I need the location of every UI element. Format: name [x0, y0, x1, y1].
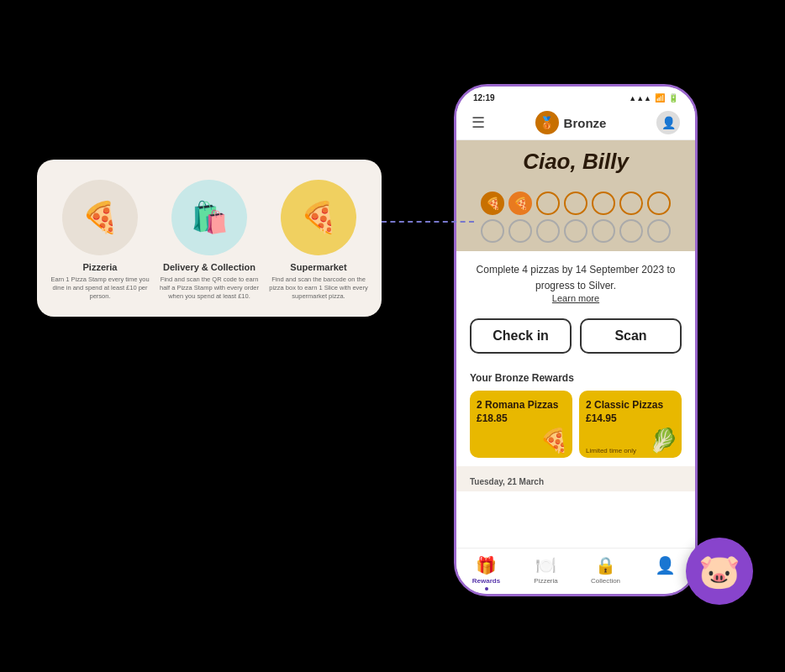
date-section: Tuesday, 21 March — [456, 466, 695, 491]
learn-more-link[interactable]: Learn more — [473, 293, 678, 303]
stamp-row-1: 🍕 🍕 — [472, 192, 680, 215]
status-bar: 12:19 ▲▲▲ 📶 🔋 — [456, 87, 695, 106]
pizzeria-desc: Earn 1 Pizza Stamp every time you dine i… — [50, 276, 150, 300]
rewards-nav-label: Rewards — [472, 577, 500, 585]
stamp-4 — [564, 192, 587, 215]
limited-time-label: Limited time only — [586, 447, 636, 454]
loyalty-level: Bronze — [564, 116, 607, 130]
profile-icon[interactable]: 👤 — [656, 111, 680, 134]
nav-center: 🥉 Bronze — [535, 111, 607, 134]
stamp-6 — [619, 192, 643, 215]
piggy-bank-icon: 🐷 — [698, 552, 740, 591]
stamp-7 — [647, 192, 671, 215]
delivery-desc: Find and scan the QR code to earn half a… — [160, 276, 259, 300]
collection-nav-icon: 🔒 — [595, 555, 616, 575]
collection-nav-label: Collection — [591, 577, 620, 585]
delivery-title: Delivery & Collection — [163, 262, 256, 272]
rewards-section: Your Bronze Rewards 2 Romana Pizzas £18.… — [456, 364, 695, 466]
bottom-nav: 🎁 Rewards 🍽️ Pizzeria 🔒 Collection 👤 — [456, 548, 695, 594]
reward-card-1[interactable]: 2 Romana Pizzas £18.85 🍕 — [470, 391, 572, 458]
supermarket-title: Supermarket — [290, 262, 346, 272]
rewards-cards: 2 Romana Pizzas £18.85 🍕 2 Classic Pizza… — [470, 391, 682, 458]
stamp-9 — [508, 219, 532, 243]
wifi-icon: 📶 — [655, 93, 665, 102]
nav-pizzeria[interactable]: 🍽️ Pizzeria — [516, 555, 576, 591]
pizzeria-nav-icon: 🍽️ — [535, 555, 556, 575]
stamp-1: 🍕 — [481, 192, 504, 215]
menu-icon[interactable]: ☰ — [472, 113, 485, 132]
pizzeria-title: Pizzeria — [83, 262, 118, 272]
pizzeria-item[interactable]: 🍕 Pizzeria Earn 1 Pizza Stamp every time… — [50, 180, 150, 300]
connector-line — [382, 221, 474, 223]
piggy-bank-button[interactable]: 🐷 — [686, 538, 753, 605]
nav-rewards[interactable]: 🎁 Rewards — [456, 555, 516, 591]
stamp-10 — [536, 219, 560, 243]
stamp-8 — [481, 219, 504, 243]
pizza-reward-icon-2: 🥬 — [649, 427, 678, 454]
delivery-icon: 🛍️ — [171, 180, 247, 255]
greeting-text: Ciao, Billy — [472, 149, 680, 175]
pizzeria-nav-label: Pizzeria — [534, 577, 557, 585]
date-text: Tuesday, 21 March — [470, 477, 544, 486]
battery-icon: 🔋 — [668, 93, 678, 102]
supermarket-icon: 🍕 — [281, 180, 356, 255]
pizzeria-icon: 🍕 — [62, 180, 138, 255]
pizza-reward-icon: 🍕 — [540, 427, 569, 454]
stamp-11 — [564, 219, 587, 243]
scan-button[interactable]: Scan — [580, 318, 682, 354]
progress-text: Complete 4 pizzas by 14 September 2023 t… — [477, 264, 676, 291]
reward-card-2[interactable]: 2 Classic Pizzas £14.95 🥬 Limited time o… — [579, 391, 682, 458]
delivery-item[interactable]: 🛍️ Delivery & Collection Find and scan t… — [160, 180, 259, 300]
stamp-2: 🍕 — [508, 192, 532, 215]
supermarket-desc: Find and scan the barcode on the pizza b… — [269, 276, 368, 300]
stamp-12 — [592, 219, 615, 243]
stamp-5 — [592, 192, 615, 215]
stamp-13 — [619, 219, 643, 243]
status-indicators: ▲▲▲ 📶 🔋 — [629, 93, 678, 102]
phone-mockup: 12:19 ▲▲▲ 📶 🔋 ☰ 🥉 Bronze 👤 Ciao, Billy 🍕 — [454, 84, 698, 605]
progress-section: Complete 4 pizzas by 14 September 2023 t… — [456, 251, 695, 318]
app-nav-bar: ☰ 🥉 Bronze 👤 — [456, 106, 695, 140]
check-in-button[interactable]: Check in — [470, 318, 572, 354]
reward-1-text: 2 Romana Pizzas £18.85 — [477, 399, 566, 425]
stamp-14 — [647, 219, 671, 243]
stamp-grid: 🍕 🍕 — [456, 185, 695, 251]
greeting-section: Ciao, Billy — [456, 140, 695, 185]
stamp-row-2 — [472, 219, 680, 243]
earn-methods-card: 🍕 Pizzeria Earn 1 Pizza Stamp every time… — [37, 160, 382, 317]
status-time: 12:19 — [473, 93, 495, 102]
signal-icon: ▲▲▲ — [629, 94, 651, 102]
action-buttons: Check in Scan — [456, 318, 695, 364]
reward-2-text: 2 Classic Pizzas £14.95 — [586, 399, 675, 425]
phone-screen: 12:19 ▲▲▲ 📶 🔋 ☰ 🥉 Bronze 👤 Ciao, Billy 🍕 — [454, 84, 698, 596]
rewards-title: Your Bronze Rewards — [470, 372, 682, 384]
supermarket-item[interactable]: 🍕 Supermarket Find and scan the barcode … — [269, 180, 368, 300]
active-indicator — [485, 587, 488, 591]
nav-collection[interactable]: 🔒 Collection — [576, 555, 635, 591]
stamp-3 — [536, 192, 560, 215]
rewards-nav-icon: 🎁 — [476, 555, 497, 575]
bronze-medal-icon: 🥉 — [535, 111, 559, 134]
profile-nav-icon: 👤 — [655, 555, 676, 575]
